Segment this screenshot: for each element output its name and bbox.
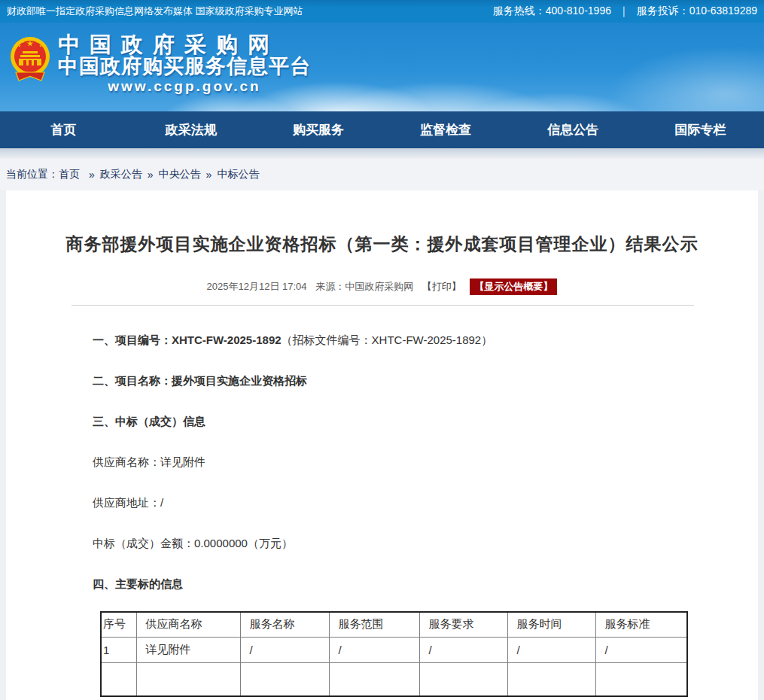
site-name: 中国政府采购网 [58,33,311,56]
nav-item-announcements[interactable]: 信息公告 [510,111,637,148]
page: 财政部唯一指定政府采购信息网络发布媒体 国家级政府采购专业网站 服务热线：400… [0,0,764,700]
paragraph-award-amount: 中标（成交）金额：0.0000000（万元） [93,536,758,551]
breadcrumb-item-central[interactable]: 中央公告 [159,168,201,181]
breadcrumb-item-zhengcai[interactable]: 政采公告 [100,168,142,181]
table-cell [419,662,507,696]
nav-item-international[interactable]: 国际专栏 [637,111,764,148]
breadcrumb-item-home[interactable]: 首页 [59,168,80,181]
paragraph-main-subject-heading: 四、主要标的信息 [93,577,758,592]
national-emblem-icon [10,33,50,87]
table-cell: / [329,637,419,662]
meta-divider [72,305,694,306]
table-header-cell: 供应商名称 [136,612,240,637]
article-meta: 2025年12月12日 17:04 来源：中国政府采购网 【打印】 【显示公告概… [6,278,758,295]
breadcrumb-separator: » [206,169,212,181]
publish-datetime: 2025年12月12日 17:04 [207,281,307,292]
table-cell: / [240,637,329,662]
nav-item-home[interactable]: 首页 [0,111,127,148]
show-summary-button[interactable]: 【显示公告概要】 [470,278,557,295]
table-header-cell: 服务范围 [329,612,419,637]
paragraph-award-info-heading: 三、中标（成交）信息 [93,414,758,429]
nav-shadow-strip [0,148,764,159]
page-title: 商务部援外项目实施企业资格招标（第一类：援外成套项目管理企业）结果公示 [6,190,758,256]
paragraph-supplier-name: 供应商名称：详见附件 [93,455,758,470]
table-cell: / [595,637,687,662]
main-subject-table: 序号 供应商名称 服务名称 服务范围 服务要求 服务时间 服务标准 1 详见附件… [100,611,688,697]
table-cell [595,662,687,696]
table-cell [240,662,329,696]
breadcrumb-prefix: 当前位置： [6,168,59,181]
masthead: 中国政府采购网 中国政府购买服务信息平台 www.ccgp.gov.cn [0,23,764,111]
breadcrumb-separator: » [89,169,95,181]
top-utility-bar: 财政部唯一指定政府采购信息网络发布媒体 国家级政府采购专业网站 服务热线：400… [0,0,764,23]
table-header-cell: 服务标准 [595,612,687,637]
paragraph-project-name: 二、项目名称：援外项目实施企业资格招标 [93,373,758,388]
table-header-cell: 服务名称 [240,612,329,637]
logo-text: 中国政府采购网 中国政府购买服务信息平台 www.ccgp.gov.cn [58,33,311,95]
main-nav: 首页 政采法规 购买服务 监督检查 信息公告 国际专栏 [0,111,764,148]
topbar-contacts: 服务热线：400-810-1996 ｜ 服务投诉：010-63819289 [493,5,757,18]
service-complaint: 服务投诉：010-63819289 [637,5,757,18]
print-button[interactable]: 【打印】 [422,281,461,292]
site-slogan: 财政部唯一指定政府采购信息网络发布媒体 国家级政府采购专业网站 [7,5,303,18]
table-header-cell: 服务时间 [507,612,595,637]
table-row [101,662,687,696]
breadcrumb-separator: » [148,169,154,181]
table-cell: 1 [101,637,136,662]
table-header-cell: 服务要求 [419,612,507,637]
table-cell: 详见附件 [136,637,240,662]
article-source: 来源：中国政府采购网 [315,281,413,292]
breadcrumb-item-award[interactable]: 中标公告 [217,168,259,181]
paragraph-project-number: 一、项目编号：XHTC-FW-2025-1892（招标文件编号：XHTC-FW-… [93,333,758,348]
table-cell [136,662,240,696]
topbar-divider: ｜ [619,5,629,18]
article-body: 一、项目编号：XHTC-FW-2025-1892（招标文件编号：XHTC-FW-… [6,333,758,592]
table-cell: / [507,637,595,662]
breadcrumb: 当前位置： 首页 » 政采公告 » 中央公告 » 中标公告 [0,159,764,190]
service-hotline: 服务热线：400-810-1996 [493,5,611,18]
table-cell: / [419,637,507,662]
nav-item-purchase[interactable]: 购买服务 [254,111,382,148]
table-row: 1 详见附件 / / / / / [101,637,687,662]
table-cell [507,662,595,696]
table-header-cell: 序号 [101,612,136,637]
site-url: www.ccgp.gov.cn [58,78,311,95]
table-cell [329,662,419,696]
article-card: 商务部援外项目实施企业资格招标（第一类：援外成套项目管理企业）结果公示 2025… [6,190,758,700]
site-logo[interactable]: 中国政府采购网 中国政府购买服务信息平台 www.ccgp.gov.cn [10,33,311,95]
nav-item-regulations[interactable]: 政采法规 [127,111,254,148]
table-header-row: 序号 供应商名称 服务名称 服务范围 服务要求 服务时间 服务标准 [101,612,687,637]
paragraph-supplier-address: 供应商地址：/ [93,495,758,510]
table-cell [101,662,136,696]
site-subtitle: 中国政府购买服务信息平台 [58,56,311,78]
nav-item-supervision[interactable]: 监督检查 [382,111,510,148]
